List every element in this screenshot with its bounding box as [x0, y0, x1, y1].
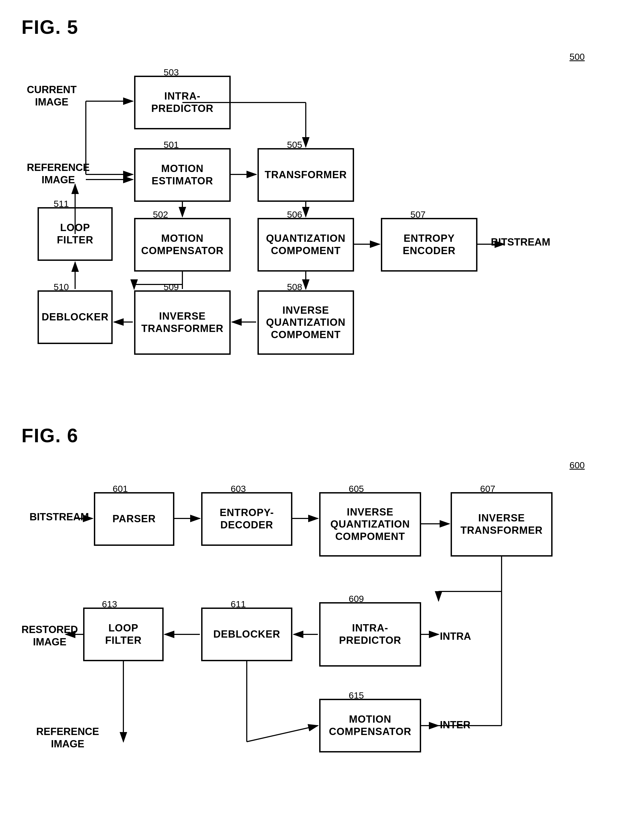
box-intra-predictor-503: INTRA- PREDICTOR [134, 76, 231, 129]
box-inverse-transformer-607: INVERSE TRANSFORMER [451, 492, 552, 556]
box-entropy-encoder-507: ENTROPY ENCODER [381, 218, 477, 272]
box-loop-filter-613: LOOP FILTER [83, 607, 164, 661]
box-motion-compensator-502: MOTION COMPENSATOR [134, 218, 231, 272]
label-current-image: CURRENT IMAGE [27, 84, 77, 108]
label-restored-image: RESTORED IMAGE [21, 624, 78, 648]
box-motion-estimator-501: MOTION ESTIMATOR [134, 148, 231, 202]
label-reference-image-fig6: REFERENCE IMAGE [36, 725, 99, 750]
box-inverse-transformer-509: INVERSE TRANSFORMER [134, 290, 231, 355]
box-transformer-505: TRANSFORMER [258, 148, 354, 202]
box-entropy-decoder-603: ENTROPY- DECODER [201, 492, 292, 546]
box-intra-predictor-609: INTRA- PREDICTOR [319, 602, 421, 667]
box-quantization-506: QUANTIZATION COMPOMENT [258, 218, 354, 272]
box-parser-601: PARSER [94, 492, 174, 546]
fig6-title: FIG. 6 [21, 424, 623, 447]
label-inter-fig6: INTER [440, 719, 471, 731]
label-bitstream-fig6: BITSTREAM [29, 511, 89, 523]
fig5-ref-num: 500 [569, 52, 585, 62]
box-deblocker-510: DEBLOCKER [38, 290, 113, 344]
box-deblocker-611: DEBLOCKER [201, 607, 292, 661]
box-inverse-quant-605: INVERSE QUANTIZATION COMPOMENT [319, 492, 421, 556]
label-reference-image-fig5: REFERENCE IMAGE [27, 161, 90, 186]
label-intra-fig6: INTRA [440, 630, 471, 643]
box-loop-filter-511: LOOP FILTER [38, 207, 113, 261]
label-bitstream-fig5: BITSTREAM [491, 236, 550, 249]
svg-line-35 [247, 725, 318, 742]
fig5-diagram: 500 INTRA- PREDICTOR 503 MOTION ESTIMATO… [21, 49, 612, 398]
box-inverse-quantization-508: INVERSE QUANTIZATION COMPOMENT [258, 290, 354, 355]
fig6-ref-num: 600 [569, 460, 585, 470]
fig5-title: FIG. 5 [21, 16, 623, 38]
fig6-diagram: 600 PARSER 601 ENTROPY- DECODER 603 INVE… [21, 457, 612, 819]
box-motion-compensator-615: MOTION COMPENSATOR [319, 699, 421, 753]
